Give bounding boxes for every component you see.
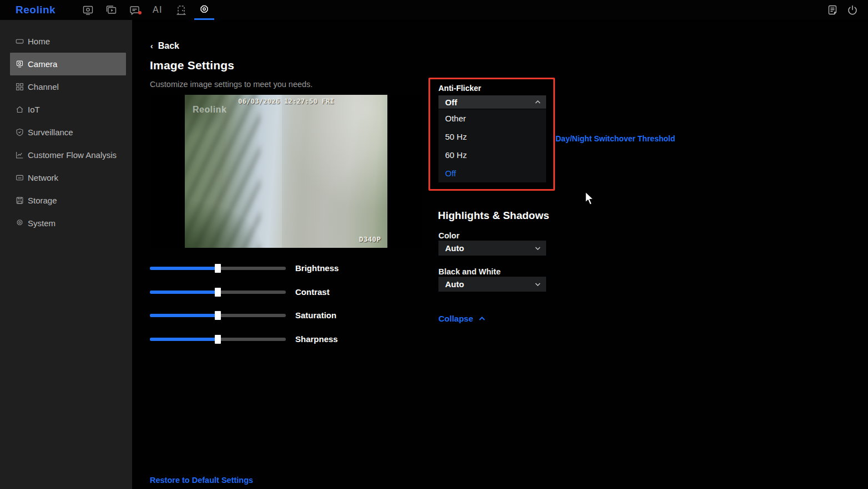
slider-contrast[interactable] [150,288,286,297]
door-icon[interactable] [169,0,193,20]
sidebar-item-storage[interactable]: Storage [0,189,132,212]
sidebar-item-customer-flow-analysis[interactable]: Customer Flow Analysis [0,144,132,166]
video-timestamp: 06/03/2026 12:27:50 FRI [238,97,334,105]
sidebar-item-system[interactable]: System [0,212,132,235]
black-and-white-label: Black and White [438,267,501,276]
chevron-up-icon [479,317,485,320]
iot-icon [15,105,24,114]
anti-flicker-menu: Other50 Hz60 HzOff [438,109,546,182]
sidebar-item-camera[interactable]: Camera [10,53,126,75]
slider-label: Saturation [295,311,336,320]
black-and-white-select[interactable]: Auto [438,277,546,292]
anti-flicker-option-other[interactable]: Other [438,109,546,128]
sidebar-item-channel[interactable]: Channel [0,75,132,98]
chevron-up-icon [535,100,541,104]
restore-defaults-link[interactable]: Restore to Default Settings [150,476,253,485]
ai-icon[interactable]: AI [146,0,169,20]
power-icon[interactable] [842,0,862,20]
highlights-shadows-title: Highlights & Shadows [438,210,549,222]
color-select[interactable]: Auto [438,241,546,256]
home-icon [15,37,24,46]
playback-icon[interactable] [99,0,123,20]
slider-handle[interactable] [215,335,221,344]
chevron-down-icon [535,247,541,250]
channel-icon [15,83,24,91]
slider-label: Sharpness [295,335,338,344]
top-nav: AI [76,0,216,20]
surveillance-icon [15,128,24,137]
slider-sharpness[interactable] [150,335,286,344]
sidebar-item-iot[interactable]: IoT [0,98,132,121]
collapse-link[interactable]: Collapse [438,314,485,323]
settings-icon[interactable] [193,0,216,20]
video-model-label: D340P [359,235,381,243]
top-bar: Reolink AI [0,0,868,20]
messages-icon[interactable] [123,0,146,20]
sidebar-item-network[interactable]: Network [0,166,132,189]
chevron-down-icon [535,283,541,286]
reolink-logo: Reolink [16,4,55,16]
slider-brightness[interactable] [150,264,286,273]
mouse-cursor [584,191,597,206]
slider-label: Contrast [295,288,330,297]
page-title: Image Settings [150,59,234,72]
video-watermark: Reolink [193,105,226,115]
back-button[interactable]: ‹ Back [150,41,179,51]
camera-video: Reolink 06/03/2026 12:27:50 FRI D340P [185,95,387,248]
top-right-icons [822,0,862,20]
camera-icon [15,60,24,69]
color-label: Color [438,231,460,240]
slider-handle[interactable] [215,311,221,320]
log-icon[interactable] [822,0,842,20]
system-icon [15,219,24,228]
anti-flicker-option-60-hz[interactable]: 60 Hz [438,146,546,164]
network-icon [15,174,24,182]
slider-handle[interactable] [215,264,221,273]
back-chevron-icon: ‹ [150,42,153,50]
slider-saturation[interactable] [150,311,286,320]
slider-handle[interactable] [215,288,221,297]
sidebar-item-surveillance[interactable]: Surveillance [0,121,132,144]
flow-icon [15,151,24,160]
camera-preview: Reolink 06/03/2026 12:27:50 FRI D340P [151,94,421,248]
slider-label: Brightness [295,264,339,273]
anti-flicker-option-50-hz[interactable]: 50 Hz [438,128,546,146]
display-icon[interactable] [76,0,99,20]
anti-flicker-select[interactable]: Off [438,95,546,109]
sidebar-item-home[interactable]: Home [0,30,132,53]
main-content: ‹ Back Image Settings Customize image se… [132,20,868,489]
page-subtitle: Customize image settings to meet you nee… [150,80,312,89]
day-night-threshold-link[interactable]: Day/Night Switchover Threshold [556,134,675,143]
sidebar: HomeCameraChannelIoTSurveillanceCustomer… [0,20,132,489]
storage-icon [15,196,24,205]
notification-badge [138,11,142,14]
anti-flicker-label: Anti-Flicker [438,84,481,93]
anti-flicker-option-off[interactable]: Off [438,164,546,182]
